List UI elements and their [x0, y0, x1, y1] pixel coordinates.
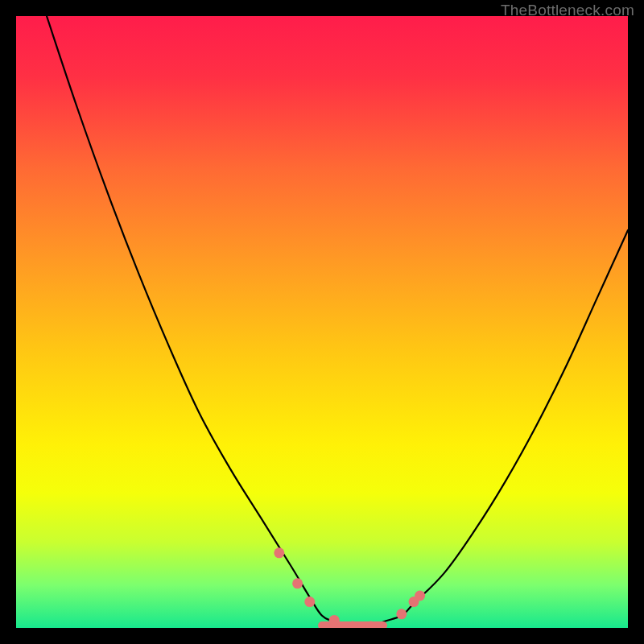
marker-dot: [274, 547, 284, 558]
marker-dot: [329, 615, 340, 625]
marker-dot: [292, 578, 303, 588]
marker-dot: [415, 591, 425, 601]
gradient-background: [16, 16, 628, 628]
outer-frame: TheBottleneck.com: [0, 0, 644, 644]
marker-dot: [396, 609, 407, 619]
plot-area: [16, 16, 628, 628]
marker-dot: [304, 597, 315, 607]
bottleneck-chart: [16, 16, 628, 628]
